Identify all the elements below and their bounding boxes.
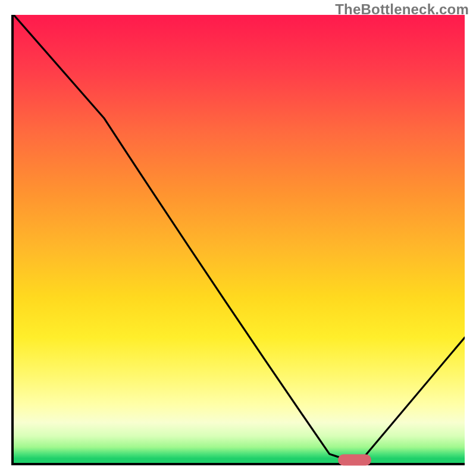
chart-container: TheBottleneck.com <box>0 0 476 476</box>
curve-path <box>14 15 465 461</box>
optimal-marker <box>338 454 371 465</box>
plot-area <box>11 15 465 465</box>
bottleneck-curve <box>14 15 465 463</box>
